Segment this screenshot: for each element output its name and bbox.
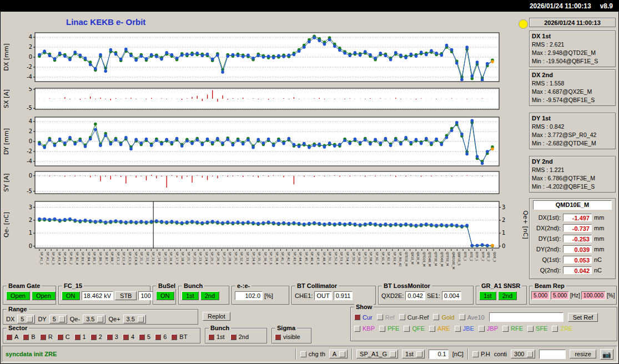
svg-text:5: 5: [29, 87, 32, 92]
svg-text:SP_B3_6: SP_B3_6: [80, 252, 84, 265]
checkbox-jbe[interactable]: JBE: [455, 325, 474, 332]
group-range: Range DX 5 DY 5 Qe- 3.5 Qe+ 3.5: [3, 309, 198, 325]
group-caption: Beam Rep: [533, 282, 566, 289]
checkbox-pfe[interactable]: PFE: [379, 325, 399, 332]
svg-text:BTP_1: BTP_1: [475, 252, 479, 261]
checkbox-label: JBP: [487, 325, 498, 332]
camera-button[interactable]: 📷: [600, 349, 613, 360]
replot-button[interactable]: Replot: [203, 312, 230, 321]
device-value: SP_A1_G: [360, 351, 387, 357]
checkbox-b[interactable]: B: [23, 333, 35, 340]
svg-text:SP_43_6: SP_43_6: [293, 252, 296, 265]
svg-text:Qe- [nC]: Qe- [nC]: [3, 212, 10, 237]
group-caption: Sector: [7, 325, 29, 331]
svg-text:SX [A]: SX [A]: [3, 89, 10, 108]
range-qep-label: Qe+: [108, 316, 120, 322]
svg-text:SP_56_4: SP_56_4: [357, 252, 361, 265]
bunch-1st-button[interactable]: 1st: [182, 291, 199, 300]
threshold-unit: [nC]: [452, 351, 464, 357]
busel-on-button[interactable]: ON: [156, 291, 174, 300]
chg-th-label: chg th: [309, 351, 325, 357]
bunch-value: 1st: [405, 351, 414, 357]
checkbox-cur[interactable]: Cur: [354, 314, 373, 321]
checkbox-qfe[interactable]: QFE: [404, 325, 425, 332]
bunch-2nd-button[interactable]: 2nd: [200, 291, 219, 300]
ref-input[interactable]: [489, 312, 563, 322]
checkbox-box: [90, 334, 97, 340]
svg-text:-4: -4: [27, 74, 32, 80]
checkbox-chg-th[interactable]: chg th: [300, 351, 325, 357]
threshold-input[interactable]: 0.1: [429, 350, 449, 359]
svg-text:SP_C4_8: SP_C4_8: [134, 252, 138, 265]
group-caption: Beam Gate: [7, 282, 42, 289]
checkbox-6[interactable]: 6: [155, 333, 167, 340]
checkbox-jbp[interactable]: JBP: [479, 325, 498, 332]
dropdown-handle-icon: [138, 316, 144, 322]
checkbox-ph[interactable]: P.H: [472, 351, 490, 357]
checkbox-bt[interactable]: BT: [171, 333, 187, 340]
stat-box-dy-1st: DY 1st RMS : 0.842 Max : 3.772@SP_R0_42 …: [529, 113, 616, 149]
svg-text:SP_B5_1: SP_B5_1: [92, 252, 96, 265]
checkbox-2[interactable]: 2: [90, 333, 102, 340]
checkbox-gold[interactable]: Gold: [433, 314, 454, 321]
svg-text:BTP_2: BTP_2: [481, 252, 485, 261]
dropdown-handle-icon: [527, 351, 533, 357]
beam-rep-hz-unit: [Hz]: [570, 292, 580, 299]
beam-gate-open-button-1[interactable]: Open: [6, 291, 30, 300]
gr-snsr-2nd-button[interactable]: 2nd: [498, 291, 517, 300]
checkbox-cur-ref[interactable]: Cur-Ref: [399, 314, 429, 321]
checkbox-1[interactable]: 1: [74, 333, 86, 340]
checkbox-4[interactable]: 4: [123, 333, 134, 340]
gr-snsr-1st-button[interactable]: 1st: [479, 291, 496, 300]
checkbox-c[interactable]: C: [57, 333, 70, 340]
svg-text:SP_B4_8: SP_B4_8: [87, 252, 90, 265]
stat-rms: RMS : 2.621: [532, 41, 613, 49]
svg-text:SP_A4_5: SP_A4_5: [63, 252, 67, 265]
resize-button[interactable]: resize: [570, 350, 596, 358]
checkbox-visible[interactable]: visible: [275, 333, 300, 340]
monitor-title: QMD10E_M: [533, 200, 612, 210]
status-message: syncdata init ZRE: [6, 351, 57, 357]
bunch-select[interactable]: 1st: [402, 350, 425, 358]
mode-select[interactable]: A: [329, 350, 348, 358]
monitor-value: 0.053: [563, 256, 592, 264]
range-dx-select[interactable]: 5: [17, 315, 35, 323]
fc15-on-button[interactable]: ON: [62, 291, 80, 300]
device-select[interactable]: SP_A1_G: [356, 350, 398, 358]
points-select[interactable]: 300: [511, 350, 535, 358]
titlebar-datetime: 2026/01/24 11:00:13: [530, 2, 591, 10]
range-dy-select[interactable]: 5: [49, 315, 67, 323]
dropdown-handle-icon: [416, 351, 422, 357]
svg-text:SP_28_8: SP_28_8: [228, 252, 232, 265]
svg-text:2: 2: [29, 44, 32, 50]
checkbox-rfe[interactable]: RFE: [502, 325, 523, 332]
checkbox-5[interactable]: 5: [139, 333, 150, 340]
group-caption: Sigma: [275, 325, 297, 331]
extra-input[interactable]: [539, 350, 566, 359]
svg-text:SP_61_4: SP_61_4: [381, 252, 385, 265]
checkbox-label: SFE: [536, 325, 547, 332]
group-bunch: Bunch 1st 2nd: [178, 286, 229, 305]
checkbox-label: JBE: [463, 325, 474, 332]
range-qem-select[interactable]: 3.5: [83, 315, 105, 323]
checkbox-2nd[interactable]: 2nd: [230, 333, 249, 340]
range-qep-select[interactable]: 3.5: [123, 315, 146, 323]
svg-text:0: 0: [29, 173, 32, 179]
checkbox-ref[interactable]: Ref: [377, 314, 395, 321]
checkbox-kbp[interactable]: KBP: [354, 325, 375, 332]
checkbox-label: Ave10: [467, 314, 485, 321]
set-ref-button[interactable]: Set Ref: [568, 313, 598, 322]
checkbox-3[interactable]: 3: [107, 333, 118, 340]
beam-gate-open-button-2[interactable]: Open: [32, 291, 56, 300]
checkbox-ave10[interactable]: Ave10: [459, 314, 485, 321]
checkbox-r[interactable]: R: [40, 333, 53, 340]
checkbox-a[interactable]: A: [6, 333, 18, 340]
checkbox-zre[interactable]: ZRE: [552, 325, 572, 332]
fc15-stb-button[interactable]: STB: [115, 291, 137, 300]
range-qem-value: 3.5: [86, 316, 94, 322]
checkbox-1st[interactable]: 1st: [208, 333, 225, 340]
checkbox-are[interactable]: ARE: [429, 325, 450, 332]
checkbox-sfe[interactable]: SFE: [527, 325, 547, 332]
bt-loss-qxd2e-label: QXD2E:: [381, 292, 404, 299]
bt-loss-qxd2e-value: 0.042: [405, 291, 425, 300]
